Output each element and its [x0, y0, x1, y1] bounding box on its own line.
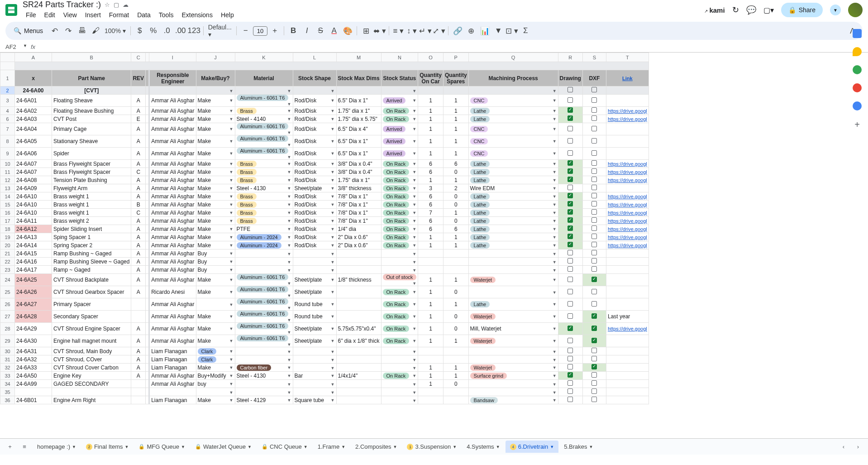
cell[interactable]: B	[131, 201, 146, 209]
cell[interactable]: Tension Plate Bushing	[52, 176, 131, 184]
cell[interactable]: ▼	[381, 355, 418, 364]
cell[interactable]: Ammar Ali Asghar	[149, 160, 196, 168]
cell[interactable]: Ammar Ali Asghar	[149, 95, 196, 107]
cell[interactable]	[606, 372, 649, 380]
cell[interactable]: Liam Flanagan	[149, 396, 196, 404]
checkbox-cell[interactable]	[558, 160, 582, 168]
checkbox-cell[interactable]	[582, 168, 606, 176]
cell[interactable]: ▼	[468, 347, 558, 355]
sheet-tab[interactable]: 2.Composites▼	[351, 441, 401, 453]
cell[interactable]: C	[131, 168, 146, 176]
cell[interactable]	[418, 258, 444, 266]
cell[interactable]: Carbon fiber▼	[235, 364, 293, 372]
header-cell[interactable]: x	[15, 70, 52, 86]
cell[interactable]: 5.75x5.75"x0.4"	[336, 323, 381, 335]
cell[interactable]: 1	[443, 335, 468, 347]
cell[interactable]: On Rack▼	[381, 217, 418, 225]
col-header[interactable]: Q	[468, 53, 558, 62]
merge-button[interactable]: ⬌ ▾	[373, 24, 386, 37]
cell[interactable]: 24-6A05	[15, 135, 52, 148]
cell[interactable]: A	[131, 241, 146, 249]
checkbox-cell[interactable]	[582, 274, 606, 286]
cell[interactable]: Sheet/plate▼	[293, 335, 336, 347]
checkbox-cell[interactable]	[558, 335, 582, 347]
cell[interactable]: Make▼	[196, 168, 235, 176]
sheet-tab[interactable]: 1.Frame▼	[313, 441, 350, 453]
checkbox-cell[interactable]	[558, 298, 582, 311]
cell[interactable]: ▼	[381, 364, 418, 372]
cell[interactable]: A	[131, 286, 146, 298]
cell[interactable]: A	[131, 135, 146, 148]
cell[interactable]: 3/8" thickness	[336, 184, 381, 192]
cell[interactable]: 24-6A28	[15, 311, 52, 323]
checkbox-cell[interactable]	[558, 233, 582, 241]
cell[interactable]: Aluminum - 6061 T6▼	[235, 95, 293, 107]
cell[interactable]: Rod/Disk▼	[293, 217, 336, 225]
italic-button[interactable]: I	[300, 24, 313, 37]
functions-button[interactable]: Σ	[519, 24, 532, 37]
cell[interactable]: 3/8" Dia x 0.4"	[336, 160, 381, 168]
header-cell[interactable]: Part Name	[52, 70, 131, 86]
header-cell[interactable]: Material	[235, 70, 293, 86]
more-formats-button[interactable]: 123	[188, 24, 200, 37]
cell[interactable]: 6	[418, 201, 444, 209]
cell[interactable]: 1	[418, 241, 444, 249]
all-sheets-button[interactable]: ≡	[18, 441, 31, 453]
cell[interactable]	[418, 396, 444, 404]
cell[interactable]: Aluminum - 6061 T6▼	[235, 286, 293, 298]
document-title[interactable]: SR24 Parts Tracker :)	[23, 0, 101, 10]
cell[interactable]	[418, 388, 444, 396]
cell[interactable]: 24-6A09	[15, 184, 52, 192]
cell[interactable]: 6	[443, 160, 468, 168]
chevron-down-icon[interactable]: ▼	[496, 445, 500, 449]
cell[interactable]: 1	[418, 107, 444, 115]
cell[interactable]: 0	[443, 192, 468, 201]
cell[interactable]: A	[131, 335, 146, 347]
checkbox-cell[interactable]	[558, 135, 582, 148]
cell[interactable]: A	[131, 217, 146, 225]
chevron-down-icon[interactable]: ▼	[550, 445, 554, 449]
cell[interactable]: Lathe▼	[468, 160, 558, 168]
cell[interactable]: 24-6A27	[15, 298, 52, 311]
cell[interactable]: 1	[418, 335, 444, 347]
cell[interactable]: ▼	[293, 266, 336, 274]
cell[interactable]: 24-6A10	[15, 192, 52, 201]
link-button[interactable]: 🔗	[451, 24, 464, 37]
cell[interactable]: 24-6A11	[15, 217, 52, 225]
cell[interactable]: Ammar Ali Asghar	[149, 107, 196, 115]
row-header[interactable]: 30	[0, 347, 15, 355]
cell[interactable]: Ammar Ali Asghar	[149, 372, 196, 380]
cell[interactable]: Make▼	[196, 209, 235, 217]
sheet-tab[interactable]: 46.Drivetrain▼	[506, 441, 558, 453]
cell[interactable]: 6	[418, 160, 444, 168]
cell[interactable]: ▼	[235, 380, 293, 388]
cell[interactable]: Ammar Ali Asghar	[149, 225, 196, 233]
col-header[interactable]: R	[558, 53, 582, 62]
cell[interactable]: A	[131, 176, 146, 184]
cell[interactable]: ▼	[381, 388, 418, 396]
cell[interactable]: Ammar Ali Asghar	[149, 115, 196, 123]
cell[interactable]: ▼	[381, 347, 418, 355]
cell[interactable]: Rod/Disk▼	[293, 148, 336, 160]
cell[interactable]: 1	[418, 123, 444, 135]
cell[interactable]	[52, 388, 131, 396]
cell[interactable]: 2" Dia x 0.6"	[336, 233, 381, 241]
cell[interactable]: 0	[443, 323, 468, 335]
cell[interactable]: Aluminum - 6061 T6▼	[235, 323, 293, 335]
checkbox-cell[interactable]	[582, 323, 606, 335]
checkbox-cell[interactable]	[558, 311, 582, 323]
cell[interactable]: 1	[418, 364, 444, 372]
cell[interactable]: ▼	[293, 249, 336, 258]
cell[interactable]	[336, 311, 381, 323]
cell[interactable]: https://drive.googl	[606, 168, 649, 176]
cell[interactable]: Out of stock▼	[381, 274, 418, 286]
cell[interactable]	[131, 388, 146, 396]
cell[interactable]: Brass▼	[235, 168, 293, 176]
cell[interactable]: 24-6A07	[15, 168, 52, 176]
row-header[interactable]: 15	[0, 201, 15, 209]
checkbox-cell[interactable]	[558, 249, 582, 258]
cell[interactable]: 1.75" dia x 5.75"	[336, 115, 381, 123]
cell[interactable]: 24-6A14	[15, 241, 52, 249]
cell[interactable]: A	[131, 249, 146, 258]
col-header[interactable]: I	[149, 53, 196, 62]
